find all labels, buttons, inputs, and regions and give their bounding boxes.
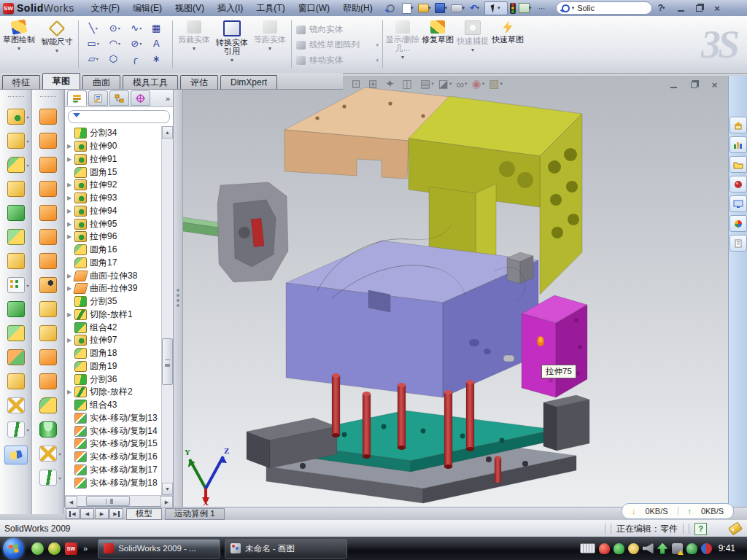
tree-item[interactable]: ▶ 实体-移动/复制16 [65, 451, 161, 464]
feature-tool-button[interactable]: ▾ [7, 109, 25, 125]
start-button[interactable] [3, 538, 24, 559]
view-tool-icon[interactable]: ∞▾ [456, 78, 467, 90]
tab-dimxpertmanager[interactable] [131, 90, 150, 106]
tree-item[interactable]: ▶ 圆角19 [65, 360, 161, 373]
graphics-area[interactable]: ⊡▾⊞▾✦▾◫▾▤▾◪▾∞▾◉▾▨▾ × 拉伸75 Y Z X [182, 76, 728, 507]
tray-icon[interactable] [657, 543, 668, 554]
expander-icon[interactable]: ▶ [67, 182, 74, 188]
surface-tool-button[interactable]: ▾ [39, 349, 57, 365]
menu-item[interactable]: 编辑(E) [126, 2, 169, 15]
undo-button[interactable]: ↶▾ [468, 2, 482, 15]
feature-tool-button[interactable]: ▾ [7, 229, 25, 245]
gray-core-piece[interactable] [217, 182, 288, 282]
tree-item[interactable]: ▶ 切除-放样1 [65, 308, 161, 322]
tree-item[interactable]: ▶ 圆角15 [65, 166, 161, 179]
search-input[interactable]: ▾ Solic [556, 1, 652, 15]
command-tab[interactable]: 评估 [180, 75, 218, 89]
tray-icon[interactable] [701, 543, 712, 554]
toolbar-overflow[interactable]: ⋯ [535, 2, 549, 15]
tray-icon[interactable] [672, 543, 683, 554]
small-red-pin[interactable] [495, 456, 501, 483]
close-button[interactable]: × [710, 2, 725, 14]
scroll-right-button[interactable]: ▶ [160, 496, 173, 508]
quicklaunch-chevron[interactable]: » [83, 544, 88, 553]
surface-tool-button[interactable]: ▾ [39, 229, 57, 245]
rebuild-icon[interactable] [510, 3, 516, 14]
surface-tool-button[interactable]: ▾ [39, 277, 57, 293]
feature-tool-button[interactable]: ▾ [7, 301, 25, 317]
surface-tool-button[interactable]: ▾ [39, 470, 57, 486]
sketch-entity-button[interactable]: ∗▾ [147, 52, 169, 65]
feature-tool-button[interactable]: ▾ [7, 421, 25, 438]
feature-tool-button[interactable]: ▾ [7, 349, 25, 365]
print-button[interactable]: ▾ [451, 2, 465, 15]
cmd-row-button[interactable]: 镜向实体 ▾ [294, 22, 380, 37]
nav-prev-button[interactable]: ◀ [80, 508, 94, 519]
tree-horizontal-scrollbar[interactable]: ◀ ▶ [65, 495, 173, 506]
command-tab[interactable]: 特征 [2, 75, 40, 89]
scroll-thumb[interactable] [162, 338, 173, 385]
surface-tool-button[interactable]: ▾ [39, 181, 57, 197]
tab-propertymanager[interactable] [88, 90, 108, 106]
tree-item[interactable]: ▶ 圆角18 [65, 347, 161, 360]
sketch-entity-button[interactable]: ∿▾ [125, 21, 147, 34]
cmd-button[interactable]: 转换实体引用 ▼ [213, 18, 251, 71]
sketch-entity-button[interactable]: ╭▾ [125, 52, 147, 65]
surface-tool-button[interactable]: ▾ [39, 325, 57, 341]
instant3d-button-pressed[interactable] [4, 446, 28, 464]
command-tab[interactable]: 草图 [42, 73, 80, 89]
tree-item[interactable]: ▶ 拉伸90 [65, 140, 161, 153]
select-tool-button[interactable]: ▾ [484, 1, 508, 15]
expander-icon[interactable]: ▶ [67, 389, 74, 395]
view-tool-icon[interactable]: ▨▾ [489, 77, 503, 90]
feature-tool-button[interactable]: ▾ [7, 253, 25, 269]
menu-item[interactable]: 帮助(H) [336, 2, 379, 15]
save-button[interactable]: ▾ [434, 2, 449, 15]
tray-icon[interactable] [686, 543, 697, 554]
expander-icon[interactable]: ▶ [67, 208, 74, 214]
sketch-entity-button[interactable]: ⊘▾ [125, 36, 147, 50]
tab-solidworks-search[interactable] [729, 176, 747, 192]
toolbar-grip[interactable] [8, 96, 24, 99]
quick-tips-button[interactable]: ? [694, 523, 707, 535]
tree-item[interactable]: ▶ 拉伸94 [65, 205, 161, 218]
tree-item[interactable]: ▶ 实体-移动/复制13 [65, 412, 161, 425]
view-tool-icon[interactable]: ▤▾ [420, 77, 434, 90]
menu-item[interactable]: 插入(I) [211, 2, 249, 15]
blue-mold-block[interactable] [286, 241, 538, 397]
tree-item[interactable]: ▶ 拉伸92 [65, 179, 161, 192]
expander-icon[interactable]: ▶ [67, 337, 74, 343]
doc-minimize-button[interactable] [666, 79, 681, 90]
cmd-button[interactable]: 快速捕捉 ▼ [455, 18, 490, 71]
quicklaunch-ball-icon[interactable] [48, 542, 61, 555]
cmd-button[interactable]: 智能尺寸 ▼ [38, 18, 76, 71]
open-button[interactable]: ▾ [417, 2, 432, 15]
tray-icon[interactable] [643, 543, 654, 554]
surface-tool-button[interactable]: ▾ [39, 421, 57, 438]
tree-item[interactable]: ▶ 分割36 [65, 373, 161, 386]
sketch-entity-button[interactable]: ⬡▾ [104, 52, 126, 65]
tree-vertical-scrollbar[interactable]: ▲ ▼ [161, 126, 173, 495]
taskbar-task-button[interactable]: 未命名 - 画图 [225, 539, 347, 559]
command-tab[interactable]: DimXpert [220, 75, 277, 89]
pin-icon[interactable] [384, 2, 398, 15]
tab-solidworks-resources[interactable] [729, 117, 747, 133]
sketch-entity-button[interactable]: ▱▾ [82, 52, 104, 65]
model-canvas[interactable] [182, 76, 728, 507]
sketch-entity-button[interactable]: ◠▾ [104, 36, 126, 50]
menu-item[interactable]: 视图(V) [169, 2, 211, 15]
feature-tool-button[interactable]: ▾ [7, 181, 25, 197]
tree-item[interactable]: ▶ 分割34 [65, 127, 161, 140]
tray-icon[interactable] [599, 543, 610, 554]
cmd-button[interactable]: 等距实体 ▼ [251, 18, 289, 71]
surface-tool-button[interactable]: ▾ [39, 205, 57, 221]
tab-file-explorer[interactable] [729, 156, 747, 173]
view-tool-icon[interactable]: ⊞▾ [368, 77, 381, 90]
tag-icon[interactable] [728, 521, 743, 535]
tray-icon[interactable] [628, 543, 639, 554]
expander-icon[interactable]: ▶ [67, 233, 74, 240]
feature-tool-button[interactable]: ▾ [7, 397, 25, 413]
tree-item[interactable]: ▶ 曲面-拉伸38 [65, 269, 161, 282]
tree-item[interactable]: ▶ 圆角17 [65, 257, 161, 270]
sketch-entity-button[interactable]: A▾ [147, 36, 169, 50]
